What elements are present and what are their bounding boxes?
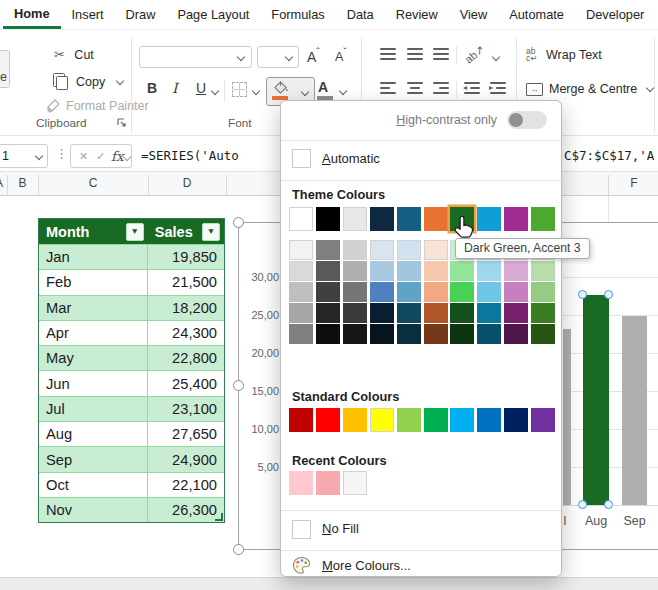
table-row-nov[interactable]: Nov26,300	[39, 497, 224, 522]
tab-page-layout[interactable]: Page Layout	[166, 0, 260, 29]
increase-font-size-button[interactable]: Aˆ	[307, 47, 320, 65]
standard-color-swatch-2[interactable]	[343, 408, 367, 432]
clipboard-dialog-launcher-icon[interactable]	[116, 117, 127, 128]
underline-button[interactable]: U	[196, 80, 206, 96]
cell-month[interactable]: Nov	[39, 497, 148, 522]
high-contrast-toggle[interactable]	[507, 111, 547, 129]
theme-variant-swatch-r4-c0[interactable]	[289, 324, 313, 344]
name-box[interactable]: 1	[0, 144, 48, 168]
theme-variant-swatch-r2-c8[interactable]	[504, 282, 528, 302]
recent-color-swatch-0[interactable]	[289, 471, 313, 495]
copy-button[interactable]: Copy	[56, 74, 123, 90]
recent-color-swatch-1[interactable]	[316, 471, 340, 495]
italic-button[interactable]: I	[172, 80, 178, 96]
theme-color-swatch-0[interactable]	[289, 207, 313, 231]
cell-sales[interactable]: 27,650	[148, 421, 224, 446]
theme-variant-swatch-r1-c1[interactable]	[316, 261, 340, 281]
theme-variant-swatch-r0-c0[interactable]	[289, 240, 313, 260]
tab-review[interactable]: Review	[385, 0, 449, 29]
theme-variant-swatch-r2-c1[interactable]	[316, 282, 340, 302]
month-filter-button[interactable]: ▼	[126, 223, 144, 241]
standard-color-swatch-4[interactable]	[397, 408, 421, 432]
align-top-button[interactable]	[380, 48, 398, 60]
table-row-jun[interactable]: Jun25,400	[39, 370, 224, 395]
chart-bar-sep[interactable]	[622, 316, 647, 505]
tab-developer[interactable]: Developer	[575, 0, 655, 29]
theme-variant-swatch-r1-c9[interactable]	[531, 261, 555, 281]
enter-button[interactable]: ✓	[96, 150, 105, 163]
table-row-aug[interactable]: Aug27,650	[39, 421, 224, 446]
theme-variant-swatch-r1-c3[interactable]	[370, 261, 394, 281]
bar-selection-handle[interactable]	[604, 290, 613, 299]
col-header-f[interactable]: F	[608, 176, 658, 190]
wrap-text-button[interactable]: abc↵ Wrap Text	[526, 48, 602, 62]
theme-variant-swatch-r4-c9[interactable]	[531, 324, 555, 344]
col-header-d[interactable]: D	[148, 176, 226, 190]
tab-automate[interactable]: Automate	[498, 0, 575, 29]
sales-filter-button[interactable]: ▼	[202, 223, 220, 241]
standard-color-swatch-9[interactable]	[531, 408, 555, 432]
theme-variant-swatch-r3-c6[interactable]	[450, 303, 474, 323]
theme-variant-swatch-r1-c7[interactable]	[477, 261, 501, 281]
bold-button[interactable]: B	[147, 80, 157, 96]
theme-variant-swatch-r3-c0[interactable]	[289, 303, 313, 323]
standard-color-swatch-3[interactable]	[370, 408, 394, 432]
theme-variant-swatch-r1-c8[interactable]	[504, 261, 528, 281]
bar-selection-handle[interactable]	[578, 290, 587, 299]
table-resize-handle[interactable]	[215, 513, 223, 521]
theme-variant-swatch-r2-c9[interactable]	[531, 282, 555, 302]
cell-sales[interactable]: 18,200	[148, 295, 224, 320]
tab-draw[interactable]: Draw	[115, 0, 167, 29]
theme-variant-swatch-r3-c3[interactable]	[370, 303, 394, 323]
formula-text-right[interactable]: C$7:$C$17,'A	[564, 148, 654, 163]
cut-button[interactable]: ✂ Cut	[54, 45, 94, 63]
standard-color-swatch-5[interactable]	[424, 408, 448, 432]
cell-sales[interactable]: 21,500	[148, 269, 224, 294]
table-row-jul[interactable]: Jul23,100	[39, 396, 224, 421]
theme-color-swatch-9[interactable]	[531, 207, 555, 231]
cell-sales[interactable]: 25,400	[148, 370, 224, 395]
chart-bar-jul[interactable]	[563, 329, 571, 505]
font-color-button[interactable]: A	[318, 78, 328, 96]
orientation-chevron-icon[interactable]	[492, 53, 500, 61]
decrease-font-size-button[interactable]: Aˇ	[335, 47, 347, 64]
theme-color-swatch-7[interactable]	[477, 207, 501, 231]
chart-handle-bottom-left[interactable]	[233, 544, 244, 555]
theme-color-swatch-2[interactable]	[343, 207, 367, 231]
borders-chevron-icon[interactable]	[252, 87, 260, 95]
cell-sales[interactable]: 19,850	[148, 244, 224, 269]
theme-variant-swatch-r2-c5[interactable]	[424, 282, 448, 302]
increase-indent-button[interactable]: ▸	[490, 82, 508, 94]
align-right-button[interactable]	[433, 82, 451, 94]
fill-color-chevron-icon[interactable]	[301, 88, 309, 96]
standard-color-swatch-0[interactable]	[289, 408, 313, 432]
theme-variant-swatch-r3-c9[interactable]	[531, 303, 555, 323]
theme-variant-swatch-r0-c2[interactable]	[343, 240, 367, 260]
cell-sales[interactable]: 24,900	[148, 446, 224, 471]
theme-variant-swatch-r4-c6[interactable]	[450, 324, 474, 344]
name-box-chevron-icon[interactable]	[35, 152, 43, 160]
recent-color-swatch-2[interactable]	[343, 471, 367, 495]
standard-color-swatch-8[interactable]	[504, 408, 528, 432]
decrease-indent-button[interactable]: ◂	[464, 82, 482, 94]
formula-text-left[interactable]: =SERIES('Auto	[141, 148, 239, 163]
col-header-c[interactable]: C	[38, 176, 148, 190]
theme-variant-swatch-r3-c1[interactable]	[316, 303, 340, 323]
theme-variant-swatch-r2-c6[interactable]	[450, 282, 474, 302]
theme-variant-swatch-r4-c2[interactable]	[343, 324, 367, 344]
font-color-chevron-icon[interactable]	[339, 87, 347, 95]
tab-data[interactable]: Data	[336, 0, 385, 29]
orientation-button[interactable]: ab↗	[464, 44, 484, 62]
align-middle-button[interactable]	[407, 48, 425, 60]
cell-month[interactable]: Sep	[39, 446, 148, 471]
chart-bar-aug[interactable]	[583, 295, 609, 505]
table-row-mar[interactable]: Mar18,200	[39, 295, 224, 320]
cell-sales[interactable]: 24,300	[148, 320, 224, 345]
table-header-month[interactable]: Month ▼	[39, 219, 148, 244]
standard-color-swatch-6[interactable]	[450, 408, 474, 432]
theme-variant-swatch-r4-c4[interactable]	[397, 324, 421, 344]
insert-function-button[interactable]: fx	[111, 148, 124, 164]
table-row-feb[interactable]: Feb21,500	[39, 269, 224, 294]
cell-month[interactable]: Jul	[39, 396, 148, 421]
cell-sales[interactable]: 23,100	[148, 396, 224, 421]
